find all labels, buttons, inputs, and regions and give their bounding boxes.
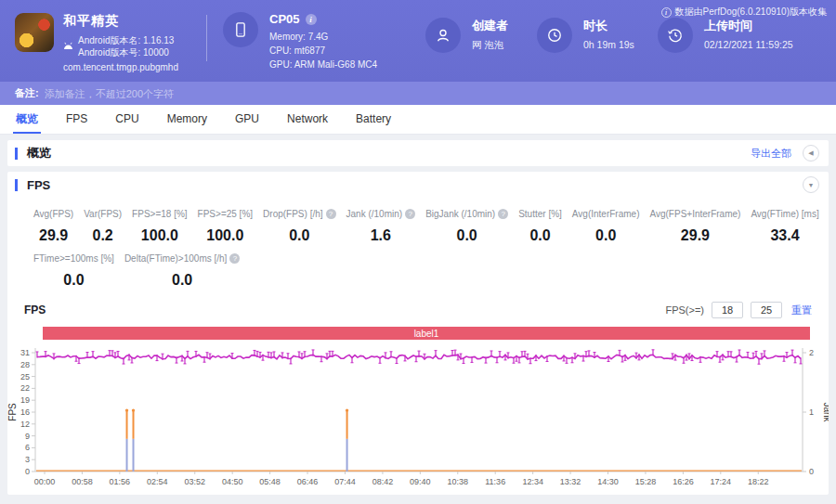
svg-text:25: 25 [20, 372, 30, 381]
svg-text:22: 22 [20, 383, 30, 393]
stat-label: FPS>=25 [%] [198, 209, 253, 219]
help-icon[interactable]: ? [405, 209, 415, 219]
stat-item: Delta(FTime)>100ms [/h]?0.0 [124, 253, 241, 289]
app-package: com.tencent.tmgp.pubgmhd [63, 62, 178, 72]
stat-value: 0.0 [124, 272, 241, 289]
svg-text:9: 9 [25, 432, 30, 441]
stat-value: 100.0 [132, 227, 187, 244]
info-icon: i [661, 7, 672, 18]
fps-chart-header: FPS FPS(>=) 重置 [24, 302, 812, 318]
upload-block: 上传时间 02/12/2021 11:59:25 [658, 18, 793, 53]
svg-text:14:30: 14:30 [597, 477, 619, 486]
svg-text:12:34: 12:34 [522, 477, 543, 486]
svg-text:01:56: 01:56 [110, 477, 131, 486]
svg-text:18:22: 18:22 [748, 477, 769, 486]
fps-section: FPS ▼ Avg(FPS)29.9Var(FPS)0.2FPS>=18 [%]… [7, 172, 829, 495]
fps-threshold-input-2[interactable] [751, 302, 782, 318]
svg-text:16: 16 [20, 407, 30, 417]
fps-threshold-input-1[interactable] [712, 302, 743, 318]
stat-label: Avg(FTime) [ms] [751, 209, 818, 219]
svg-text:19: 19 [20, 395, 30, 405]
tab-memory[interactable]: Memory [153, 105, 221, 134]
svg-text:15:28: 15:28 [635, 477, 657, 486]
stat-item: Avg(InterFrame)0.0 [572, 209, 640, 244]
notes-input[interactable] [45, 88, 836, 99]
app-name: 和平精英 [63, 13, 178, 30]
svg-text:28: 28 [20, 360, 30, 369]
svg-text:1: 1 [809, 407, 814, 417]
tab-overview[interactable]: 概览 [2, 105, 52, 134]
fps-chart-title: FPS [24, 304, 46, 317]
collapse-left-button[interactable]: ◀ [803, 145, 819, 162]
svg-text:00:00: 00:00 [34, 477, 56, 486]
svg-text:3: 3 [25, 455, 30, 464]
android-version-name: Android版本名: 1.16.13 [78, 34, 174, 46]
stat-label: Drop(FPS) [/h]? [263, 209, 335, 219]
help-icon[interactable]: ? [326, 209, 336, 219]
stat-item: Jank (/10min)?1.6 [346, 209, 416, 244]
chart-label-banner[interactable]: label1 [43, 327, 810, 340]
perfdog-version-note: i 数据由PerfDog(6.0.210910)版本收集 [661, 6, 827, 19]
tab-cpu[interactable]: CPU [101, 105, 152, 134]
duration-value: 0h 19m 19s [583, 39, 634, 50]
clock-icon [537, 18, 572, 53]
tab-fps[interactable]: FPS [52, 105, 101, 134]
device-gpu: GPU: ARM Mali-G68 MC4 [269, 58, 377, 71]
device-block: CP05i Memory: 7.4G CPU: mt6877 GPU: ARM … [223, 12, 377, 71]
stat-label: Avg(FPS) [33, 209, 73, 219]
creator-block: 创建者 网 泡泡 [425, 18, 508, 53]
accent-bar [15, 148, 18, 160]
stat-value: 0.0 [33, 272, 114, 289]
svg-text:2: 2 [809, 348, 814, 357]
stat-label: Var(FPS) [84, 209, 122, 219]
fps-chart[interactable]: 036912161922252831012FPSJank00:0000:5801… [7, 343, 829, 487]
overview-title: 概览 [27, 145, 51, 162]
tab-battery[interactable]: Battery [342, 105, 405, 134]
svg-text:12: 12 [20, 420, 30, 429]
collapse-down-button[interactable]: ▼ [803, 176, 819, 193]
device-cpu: CPU: mt6877 [269, 44, 377, 58]
fps-panel-title: FPS [27, 178, 50, 192]
stat-item: BigJank (/10min)?0.0 [425, 209, 508, 244]
tab-network[interactable]: Network [273, 105, 342, 134]
stat-item: Avg(FPS)29.9 [33, 209, 73, 244]
upload-title: 上传时间 [704, 18, 793, 34]
stat-item: Stutter [%]0.0 [518, 209, 562, 244]
help-icon[interactable]: ? [229, 253, 240, 264]
svg-text:09:40: 09:40 [410, 477, 431, 486]
export-all-link[interactable]: 导出全部 [751, 147, 791, 161]
stat-label: Jank (/10min)? [346, 209, 416, 219]
device-info-icon[interactable]: i [306, 14, 317, 25]
report-header: 和平精英 Android版本名: 1.16.13 Android版本号: 100… [0, 0, 836, 82]
svg-text:10:38: 10:38 [448, 477, 469, 486]
svg-text:FPS: FPS [7, 403, 18, 421]
svg-text:06:46: 06:46 [297, 477, 319, 486]
stat-item: FTime>=100ms [%]0.0 [33, 253, 114, 289]
person-icon [425, 18, 461, 53]
stat-value: 0.2 [84, 227, 122, 244]
tab-gpu[interactable]: GPU [221, 105, 273, 134]
device-name: CP05 [269, 12, 300, 26]
svg-text:08:42: 08:42 [372, 477, 394, 486]
notes-bar: 备注: [0, 82, 836, 105]
stat-label: Avg(InterFrame) [572, 209, 640, 219]
help-icon[interactable]: ? [498, 209, 508, 219]
android-version-code: Android版本号: 10000 [78, 46, 174, 58]
fps-stats-row-2: FTime>=100ms [%]0.0Delta(FTime)>100ms [/… [7, 244, 829, 289]
stat-value: 33.4 [751, 227, 818, 244]
stat-label: FTime>=100ms [%] [33, 253, 114, 264]
stat-label: Stutter [%] [518, 209, 562, 219]
stat-value: 0.0 [518, 227, 562, 244]
stat-item: FPS>=25 [%]100.0 [198, 209, 253, 244]
threshold-reset-link[interactable]: 重置 [791, 304, 812, 317]
svg-text:00:58: 00:58 [72, 477, 93, 486]
svg-text:0: 0 [25, 467, 30, 476]
stat-value: 0.0 [572, 227, 640, 244]
svg-text:16:26: 16:26 [673, 477, 694, 486]
svg-text:6: 6 [25, 443, 30, 452]
stat-value: 100.0 [198, 227, 253, 244]
svg-text:31: 31 [20, 348, 30, 357]
overview-section: 概览 导出全部 ◀ [7, 140, 829, 166]
history-clock-icon [658, 18, 693, 53]
svg-text:05:48: 05:48 [259, 477, 281, 486]
